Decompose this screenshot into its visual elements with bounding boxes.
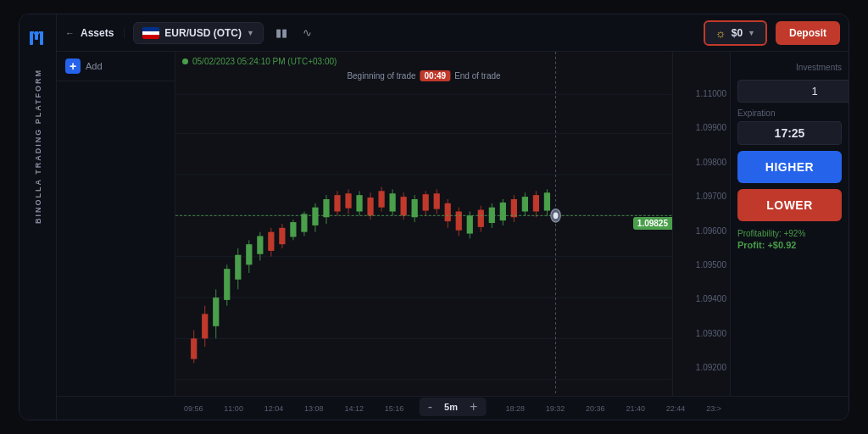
balance-button[interactable]: ☼ $0 ▼: [704, 20, 767, 46]
invest-row: $: [737, 80, 842, 103]
svg-rect-42: [356, 195, 362, 211]
time-axis: 09:56 11:00 12:04 13:08 14:12 15:16 16:2…: [57, 396, 849, 420]
svg-rect-48: [389, 193, 395, 211]
svg-point-80: [554, 212, 559, 219]
time-tick-14: 23:>: [706, 404, 721, 413]
assets-panel: + Add: [57, 52, 175, 396]
svg-rect-22: [246, 244, 252, 264]
add-button[interactable]: + Add: [57, 52, 175, 81]
time-tick-12: 21:40: [626, 404, 645, 413]
assets-label: Assets: [81, 27, 114, 39]
balance-chevron-icon: ▼: [748, 29, 755, 37]
coin-icon: ☼: [715, 26, 726, 40]
zoom-controls: - 5m +: [420, 398, 487, 416]
svg-rect-34: [312, 208, 318, 225]
svg-rect-12: [191, 338, 197, 359]
svg-rect-2: [40, 31, 43, 45]
time-tick-5: 14:12: [344, 404, 364, 413]
brand-name: Binolla Trading Platform: [34, 69, 42, 224]
invest-input[interactable]: [737, 80, 849, 103]
add-label: Add: [86, 61, 103, 71]
expiration-value: 17:25: [737, 121, 842, 145]
current-price-label: 1.09825: [633, 217, 672, 230]
chart-timestamp: 05/02/2023 05:24:10 PM (UTC+03:00): [182, 57, 337, 66]
svg-rect-62: [467, 215, 473, 233]
svg-rect-74: [533, 195, 539, 211]
higher-button[interactable]: HIGHER: [737, 151, 842, 183]
flag-icon: [142, 27, 159, 39]
trade-timer-badge: 00:49: [420, 70, 451, 81]
trade-info-banner: Beginning of trade 00:49 End of trade: [347, 70, 500, 81]
svg-rect-72: [522, 197, 528, 211]
profit-label: Profit: +$0.92: [737, 240, 842, 250]
time-tick-11: 20:36: [586, 404, 605, 413]
svg-rect-26: [268, 232, 274, 251]
zoom-out-button[interactable]: -: [428, 400, 432, 414]
asset-chevron-icon: ▼: [247, 29, 254, 37]
svg-rect-1: [35, 31, 38, 40]
time-tick-2: 11:00: [224, 404, 243, 413]
expiration-section: Expiration 17:25: [737, 108, 842, 145]
svg-rect-32: [301, 214, 307, 231]
svg-rect-68: [500, 203, 506, 220]
trade-start-label: Beginning of trade: [347, 71, 415, 81]
sidebar: Binolla Trading Platform: [19, 14, 57, 420]
zoom-in-button[interactable]: +: [470, 400, 477, 414]
chart-section: + Add 05/02/2023 05:24:10 PM (UTC+03:00)…: [57, 52, 849, 396]
asset-selector[interactable]: EUR/USD (OTC) ▼: [133, 22, 264, 44]
trading-panel: Investments $ Expiration 17:25 HIGHER LO…: [730, 52, 849, 396]
svg-rect-16: [213, 298, 219, 326]
svg-rect-20: [235, 255, 241, 280]
svg-rect-44: [367, 198, 373, 215]
profitability-label: Profitability: +92%: [737, 229, 842, 238]
price-axis: 1.11000 1.09900 1.09800 1.09700 1.09600 …: [672, 52, 730, 396]
investments-section: Investments: [737, 58, 842, 74]
svg-rect-24: [257, 236, 263, 254]
price-tick-5: 1.09600: [676, 226, 726, 236]
zoom-level: 5m: [439, 402, 463, 412]
svg-rect-18: [224, 269, 230, 300]
trade-end-label: End of trade: [454, 71, 500, 81]
time-tick-3: 12:04: [264, 404, 284, 413]
add-plus-icon: +: [70, 60, 76, 72]
candlestick-chart-icon[interactable]: ▮▮: [272, 23, 291, 42]
svg-rect-56: [434, 193, 440, 209]
svg-rect-54: [423, 194, 429, 210]
svg-rect-50: [401, 197, 407, 215]
expiration-label: Expiration: [737, 108, 842, 118]
top-bar: ← Assets EUR/USD (OTC) ▼ ▮▮ ∿ ☼ $0: [57, 14, 849, 52]
line-chart-icon[interactable]: ∿: [299, 23, 315, 42]
svg-rect-58: [445, 203, 451, 221]
svg-rect-38: [334, 195, 340, 211]
price-tick-7: 1.09400: [676, 294, 726, 303]
price-tick-4: 1.09700: [676, 192, 726, 201]
svg-rect-64: [478, 210, 484, 227]
timestamp-dot: [182, 58, 188, 64]
svg-rect-0: [30, 31, 33, 45]
balance-amount: $0: [732, 27, 743, 39]
investments-label: Investments: [796, 63, 842, 72]
svg-rect-46: [378, 191, 384, 207]
time-tick-9: 18:28: [505, 404, 525, 413]
svg-rect-40: [345, 193, 351, 208]
lower-button[interactable]: LOWER: [737, 189, 842, 221]
svg-rect-60: [456, 212, 462, 231]
svg-rect-36: [323, 199, 329, 217]
time-tick-10: 19:32: [546, 404, 565, 413]
svg-rect-28: [279, 228, 285, 244]
assets-nav[interactable]: ← Assets: [65, 27, 125, 39]
svg-rect-52: [412, 199, 418, 217]
time-tick-6: 15:16: [385, 404, 404, 413]
time-tick-1: 09:56: [184, 404, 203, 413]
price-tick-6: 1.09500: [676, 260, 726, 270]
deposit-button[interactable]: Deposit: [776, 21, 840, 45]
price-tick-3: 1.09800: [676, 158, 726, 167]
chart-canvas: 05/02/2023 05:24:10 PM (UTC+03:00) Begin…: [175, 52, 672, 396]
asset-name: EUR/USD (OTC): [164, 27, 242, 39]
svg-rect-76: [544, 192, 550, 210]
time-tick-13: 22:44: [666, 404, 686, 413]
price-tick-1: 1.11000: [676, 89, 726, 98]
profitability-section: Profitability: +92% Profit: +$0.92: [737, 229, 842, 250]
time-tick-4: 13:08: [304, 404, 324, 413]
price-tick-2: 1.09900: [676, 123, 726, 132]
